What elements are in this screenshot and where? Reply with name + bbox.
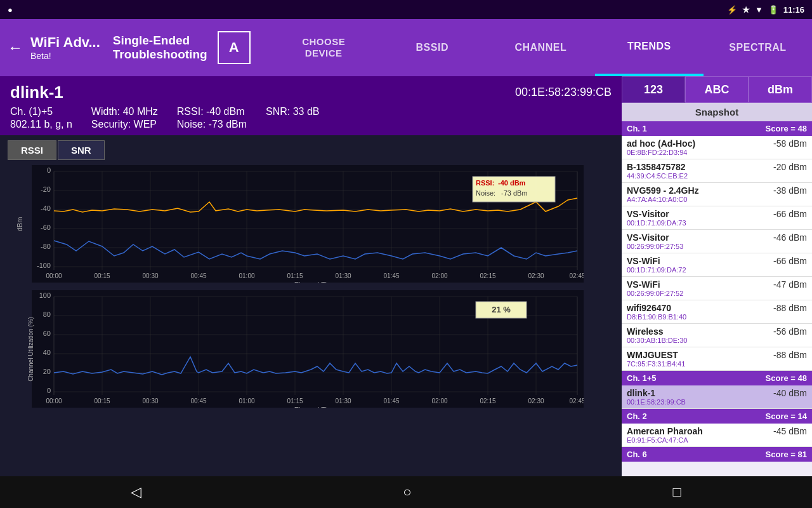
network-bssid-item: 00:26:99:0F:27:53 bbox=[627, 243, 683, 250]
network-info: Wireless 00:30:AB:1B:DE:30 bbox=[627, 326, 687, 344]
network-rssi: RSSI: -40 dBm bbox=[177, 106, 247, 117]
rssi-y-label: dBm bbox=[16, 217, 23, 231]
network-security: Security: WEP bbox=[91, 119, 158, 130]
tab-snr[interactable]: SNR bbox=[58, 140, 105, 160]
svg-text:RSSI:: RSSI: bbox=[476, 179, 494, 187]
network-ssid-item: VS-Visitor bbox=[627, 209, 686, 219]
list-item[interactable]: Wireless 00:30:AB:1B:DE:30 -56 dBm bbox=[622, 324, 812, 347]
network-col3: RSSI: -40 dBm Noise: -73 dBm bbox=[177, 106, 247, 130]
list-item[interactable]: wifi926470 D8:B1:90:B9:B1:40 -88 dBm bbox=[622, 300, 812, 324]
ch1plus5-score: Score = 48 bbox=[766, 373, 807, 383]
right-panel: 123 ABC dBm Snapshot Ch. 1 Score = 48 ad… bbox=[622, 76, 812, 476]
svg-text:00:15: 00:15 bbox=[94, 272, 110, 279]
network-ssid-item: Wireless bbox=[627, 326, 687, 337]
list-item[interactable]: VS-WiFi 00:1D:71:09:DA:72 -66 dBm bbox=[622, 253, 812, 277]
time-display: 11:16 bbox=[783, 5, 804, 15]
svg-text:-40: -40 bbox=[41, 204, 51, 212]
home-nav-button[interactable]: ○ bbox=[377, 479, 436, 505]
rssi-chart-container: dBm 0 -20 -40 -60 -80 -100 bbox=[0, 163, 622, 285]
network-item-row: VS-Visitor 00:26:99:0F:27:53 -46 dBm bbox=[627, 232, 807, 250]
svg-text:-73 dBm: -73 dBm bbox=[501, 189, 528, 197]
network-ssid-item: WMJGUEST bbox=[627, 350, 685, 360]
svg-text:Elapsed Time: Elapsed Time bbox=[294, 406, 337, 408]
svg-text:01:15: 01:15 bbox=[287, 398, 303, 404]
svg-text:01:15: 01:15 bbox=[287, 272, 303, 279]
list-item[interactable]: B-1358475782 44:39:C4:5C:EB:E2 -20 dBm bbox=[622, 159, 812, 183]
tab-spectral[interactable]: SPECTRAL bbox=[704, 19, 812, 76]
network-bssid-item: 00:1D:71:09:DA:73 bbox=[627, 219, 686, 227]
list-item[interactable]: VS-Visitor 00:26:99:0F:27:53 -46 dBm bbox=[622, 230, 812, 253]
network-info: NVG599 - 2.4GHz A4:7A:A4:10:A0:C0 bbox=[627, 185, 699, 203]
network-dbm: -46 dBm bbox=[773, 232, 807, 243]
list-item-selected[interactable]: dlink-1 00:1E:58:23:99:CB -40 dBm bbox=[622, 385, 812, 409]
network-details: Ch. (1)+5 802.11 b, g, n Width: 40 MHz S… bbox=[10, 106, 612, 130]
right-tab-123[interactable]: 123 bbox=[622, 76, 685, 103]
network-dbm: -88 dBm bbox=[773, 350, 807, 360]
network-item-row: WMJGUEST 7C:95:F3:31:B4:41 -88 dBm bbox=[627, 350, 807, 368]
network-bssid-item: 0E:8B:FD:22:D3:94 bbox=[627, 149, 695, 156]
svg-text:01:30: 01:30 bbox=[335, 272, 351, 279]
list-item[interactable]: VS-WiFi 00:26:99:0F:27:52 -47 dBm bbox=[622, 277, 812, 300]
svg-text:00:45: 00:45 bbox=[190, 272, 206, 279]
star-icon: ★ bbox=[742, 5, 750, 15]
network-ssid-item: VS-WiFi bbox=[627, 279, 683, 290]
tab-bssid[interactable]: BSSID bbox=[378, 19, 487, 76]
list-item[interactable]: Amercan Pharoah E0:91:F5:CA:47:CA -45 dB… bbox=[622, 424, 812, 447]
network-item-row: B-1358475782 44:39:C4:5C:EB:E2 -20 dBm bbox=[627, 162, 807, 180]
network-dbm: -56 dBm bbox=[773, 326, 807, 337]
svg-text:02:45: 02:45 bbox=[569, 272, 584, 279]
svg-text:100: 100 bbox=[39, 291, 51, 299]
network-item-row: Wireless 00:30:AB:1B:DE:30 -56 dBm bbox=[627, 326, 807, 344]
network-dbm: -47 dBm bbox=[773, 279, 807, 290]
svg-text:02:00: 02:00 bbox=[431, 398, 447, 404]
network-info: dlink-1 00:1E:58:23:99:CB bbox=[627, 388, 686, 406]
list-item[interactable]: NVG599 - 2.4GHz A4:7A:A4:10:A0:C0 -38 dB… bbox=[622, 183, 812, 206]
snapshot-label: Snapshot bbox=[622, 103, 812, 121]
recent-nav-button[interactable]: □ bbox=[648, 479, 707, 505]
network-ssid-item: ad hoc (Ad-Hoc) bbox=[627, 138, 695, 149]
network-mac: 00:1E:58:23:99:CB bbox=[515, 86, 612, 99]
list-item[interactable]: VS-Visitor 00:1D:71:09:DA:73 -66 dBm bbox=[622, 206, 812, 230]
network-col1: Ch. (1)+5 802.11 b, g, n bbox=[10, 106, 72, 130]
svg-text:0: 0 bbox=[47, 166, 51, 174]
svg-text:40: 40 bbox=[43, 349, 51, 356]
back-button[interactable]: ← bbox=[8, 39, 23, 57]
back-nav-button[interactable]: ◁ bbox=[105, 479, 167, 505]
svg-text:-60: -60 bbox=[41, 224, 51, 231]
tab-channel[interactable]: CHANNEL bbox=[487, 19, 595, 76]
right-tab-dbm[interactable]: dBm bbox=[749, 76, 812, 103]
tab-choose-device[interactable]: CHOOSEDEVICE bbox=[270, 19, 378, 76]
svg-text:01:00: 01:00 bbox=[239, 272, 254, 279]
bluetooth-icon: ⚡ bbox=[727, 5, 737, 15]
utilization-chart-container: Channel Utilization (%) 100 80 60 40 20 … bbox=[0, 288, 622, 410]
network-item-row: dlink-1 00:1E:58:23:99:CB -40 dBm bbox=[627, 388, 807, 406]
network-dbm: -45 dBm bbox=[773, 426, 807, 436]
ch1plus5-label: Ch. 1+5 bbox=[627, 373, 657, 383]
network-bssid-item: 00:1E:58:23:99:CB bbox=[627, 398, 686, 406]
tab-rssi[interactable]: RSSI bbox=[8, 140, 56, 160]
right-tab-abc[interactable]: ABC bbox=[685, 76, 749, 103]
list-item[interactable]: ad hoc (Ad-Hoc) 0E:8B:FD:22:D3:94 -58 dB… bbox=[622, 136, 812, 159]
network-ssid-item: wifi926470 bbox=[627, 303, 686, 313]
network-item-row: VS-WiFi 00:1D:71:09:DA:72 -66 dBm bbox=[627, 256, 807, 274]
tab-trends[interactable]: TRENDS bbox=[595, 19, 704, 76]
network-snr: SNR: 33 dB bbox=[266, 106, 319, 117]
network-info: VS-Visitor 00:1D:71:09:DA:73 bbox=[627, 209, 686, 227]
network-standard: 802.11 b, g, n bbox=[10, 119, 72, 130]
network-item-row: VS-WiFi 00:26:99:0F:27:52 -47 dBm bbox=[627, 279, 807, 297]
status-right: ⚡ ★ ▼ 🔋 11:16 bbox=[727, 5, 804, 15]
network-ssid-item: Amercan Pharoah bbox=[627, 426, 703, 436]
network-ssid-item: VS-Visitor bbox=[627, 232, 683, 243]
ch2-score: Score = 14 bbox=[766, 411, 807, 421]
network-bssid-item: 7C:95:F3:31:B4:41 bbox=[627, 360, 685, 368]
svg-text:02:30: 02:30 bbox=[528, 398, 544, 404]
network-item-row: ad hoc (Ad-Hoc) 0E:8B:FD:22:D3:94 -58 dB… bbox=[627, 138, 807, 156]
svg-text:01:00: 01:00 bbox=[239, 398, 254, 404]
left-panel: dlink-1 00:1E:58:23:99:CB Ch. (1)+5 802.… bbox=[0, 76, 622, 476]
network-col4: SNR: 33 dB bbox=[266, 106, 319, 130]
list-item[interactable]: WMJGUEST 7C:95:F3:31:B4:41 -88 dBm bbox=[622, 347, 812, 371]
svg-text:20: 20 bbox=[43, 368, 51, 375]
svg-text:60: 60 bbox=[43, 330, 51, 337]
main-content: dlink-1 00:1E:58:23:99:CB Ch. (1)+5 802.… bbox=[0, 76, 812, 476]
network-dbm: -38 dBm bbox=[773, 185, 807, 196]
